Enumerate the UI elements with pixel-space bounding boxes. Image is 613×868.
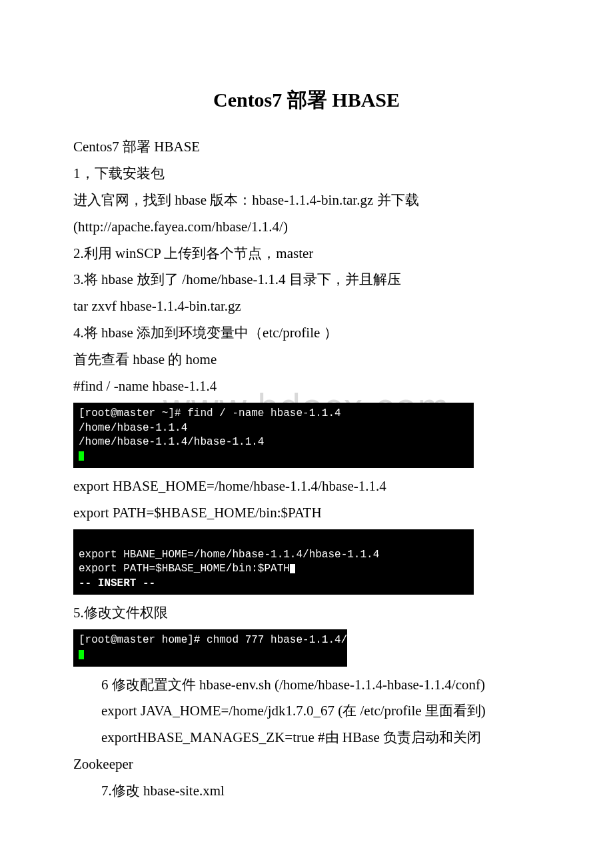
document-page: www.bdocx.com Centos7 部署 HBASE Centos7 部… [0, 0, 613, 858]
cursor-icon [79, 451, 84, 461]
body-text-span: exportHBASE_MANAGES_ZK=true #由 HBase 负责启… [73, 729, 481, 772]
body-text: 1，下载安装包 [73, 161, 540, 187]
body-text: 6 修改配置文件 hbase-env.sh (/home/hbase-1.1.4… [73, 672, 540, 699]
terminal-line: -- INSERT -- [79, 577, 155, 589]
terminal-line: export HBANE_HOME=/home/hbase-1.1.4/hbas… [79, 549, 379, 561]
body-text: export PATH=$HBASE_HOME/bin:$PATH [73, 500, 540, 527]
body-text: #find / -name hbase-1.1.4 [73, 373, 540, 400]
cursor-icon [290, 564, 295, 573]
body-text: 进入官网，找到 hbase 版本：hbase-1.1.4-bin.tar.gz … [73, 187, 540, 214]
body-text: 4.将 hbase 添加到环境变量中（etc/profile ） [73, 320, 540, 347]
body-text: export HBASE_HOME=/home/hbase-1.1.4/hbas… [73, 473, 540, 500]
terminal-line: [root@master ~]# find / -name hbase-1.1.… [79, 407, 341, 419]
terminal-screenshot: [root@master home]# chmod 777 hbase-1.1.… [73, 629, 347, 666]
body-text: 7.修改 hbase-site.xml [73, 778, 540, 805]
terminal-screenshot: export HBANE_HOME=/home/hbase-1.1.4/hbas… [73, 529, 474, 595]
terminal-line: [root@master home]# chmod 777 hbase-1.1.… [79, 634, 347, 646]
page-title: Centos7 部署 HBASE [73, 87, 540, 114]
body-text: 5.修改文件权限 [73, 600, 540, 627]
cursor-icon [79, 650, 84, 659]
body-text: export JAVA_HOME=/home/jdk1.7.0_67 (在 /e… [73, 698, 540, 725]
body-text: tar zxvf hbase-1.1.4-bin.tar.gz [73, 293, 540, 320]
terminal-line: export PATH=$HBASE_HOME/bin:$PATH [79, 563, 290, 575]
terminal-line: /home/hbase-1.1.4 [79, 422, 187, 434]
body-text: 首先查看 hbase 的 home [73, 347, 540, 373]
body-text: 2.利用 winSCP 上传到各个节点，master [73, 241, 540, 267]
terminal-screenshot: [root@master ~]# find / -name hbase-1.1.… [73, 403, 474, 468]
body-text: 3.将 hbase 放到了 /home/hbase-1.1.4 目录下，并且解压 [73, 267, 540, 293]
body-text: (http://apache.fayea.com/hbase/1.1.4/) [73, 214, 540, 241]
body-text: Centos7 部署 HBASE [73, 134, 540, 161]
terminal-line: /home/hbase-1.1.4/hbase-1.1.4 [79, 436, 264, 448]
body-text: exportHBASE_MANAGES_ZK=true #由 HBase 负责启… [73, 725, 540, 778]
